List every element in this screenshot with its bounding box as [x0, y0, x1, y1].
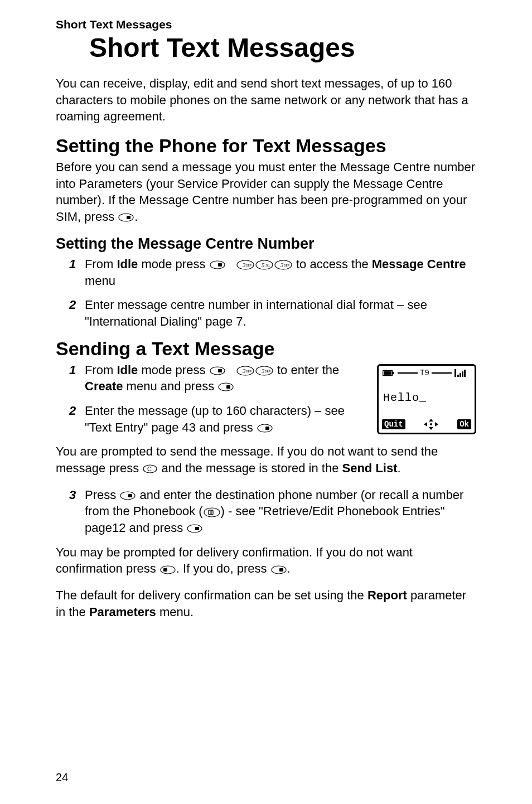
svg-rect-43 — [128, 494, 132, 497]
svg-marker-37 — [424, 422, 427, 427]
send-steps-3: 3 Press and enter the destination phone … — [69, 487, 476, 536]
svg-rect-14 — [218, 369, 222, 372]
text: menu and press — [123, 379, 217, 393]
centre-step-1: 1 From Idle mode press 3DEF5JKL3DEF to a… — [69, 256, 476, 289]
svg-rect-31 — [457, 375, 459, 377]
step-number: 2 — [69, 297, 85, 330]
send-list-label: Send List — [342, 461, 398, 475]
clear-key-icon: C — [143, 464, 157, 473]
softkey-quit: Quit — [382, 419, 405, 429]
page-number: 24 — [56, 771, 68, 784]
text: . — [287, 561, 291, 575]
section-sending: Sending a Text Message — [56, 338, 476, 360]
idle-label: Idle — [117, 257, 138, 271]
select-right-icon — [120, 491, 136, 500]
select-right-icon — [210, 260, 225, 269]
svg-rect-30 — [454, 369, 456, 377]
phonebook-select-icon — [204, 507, 220, 517]
svg-text:DEF: DEF — [246, 264, 252, 267]
text: to enter the — [277, 363, 339, 377]
svg-text:5: 5 — [262, 261, 265, 268]
select-right-icon — [257, 424, 273, 433]
report-paragraph: The default for delivery confirmation ca… — [56, 587, 476, 620]
svg-text:3: 3 — [242, 261, 246, 268]
setting-intro-b: . — [134, 210, 138, 224]
svg-rect-1 — [127, 216, 130, 219]
confirmation-paragraph: You may be prompted for delivery confirm… — [56, 544, 476, 577]
text: The default for delivery confirmation ca… — [56, 588, 367, 602]
centre-steps: 1 From Idle mode press 3DEF5JKL3DEF to a… — [69, 256, 476, 330]
svg-point-39 — [430, 423, 432, 425]
svg-point-0 — [119, 214, 133, 221]
svg-marker-38 — [435, 422, 438, 427]
svg-text:C: C — [147, 466, 152, 472]
svg-rect-22 — [226, 385, 230, 389]
step-number: 1 — [69, 256, 85, 289]
svg-rect-3 — [218, 263, 222, 267]
svg-rect-33 — [462, 371, 463, 377]
svg-rect-26 — [384, 371, 391, 375]
create-label: Create — [85, 379, 123, 393]
select-right-icon — [218, 382, 234, 391]
svg-marker-36 — [429, 427, 433, 430]
svg-rect-54 — [279, 568, 283, 571]
svg-rect-50 — [195, 527, 199, 530]
svg-rect-52 — [163, 568, 167, 571]
text: Press — [85, 488, 119, 502]
parameters-label: Parameters — [89, 605, 156, 619]
text: menu. — [156, 605, 194, 619]
svg-text:3: 3 — [242, 367, 246, 374]
text: mode press — [138, 257, 209, 271]
text: Enter message centre number in internati… — [85, 297, 476, 330]
message-centre-label: Message Centre — [372, 257, 466, 271]
select-right-icon — [210, 366, 225, 375]
svg-point-53 — [272, 566, 286, 574]
send-after-paragraph: You are prompted to send the message. If… — [56, 443, 476, 476]
report-label: Report — [367, 588, 407, 602]
svg-point-2 — [210, 261, 225, 269]
select-right-icon — [271, 565, 287, 574]
select-right-icon — [187, 524, 202, 533]
svg-point-13 — [210, 367, 225, 375]
svg-text:DEF: DEF — [246, 370, 252, 373]
step-number: 1 — [69, 362, 85, 395]
send-step-1: 1 From Idle mode press 3DEF3DEF to enter… — [69, 362, 357, 395]
dash-icon — [432, 371, 452, 375]
nav-arrows-icon — [424, 419, 438, 430]
text: From — [85, 363, 117, 377]
svg-point-42 — [120, 492, 135, 500]
step-number: 3 — [69, 487, 85, 536]
svg-point-51 — [161, 566, 175, 574]
text: menu — [85, 274, 115, 288]
text: . If you do, press — [176, 561, 270, 575]
key-3-icon: 3DEF — [274, 260, 292, 270]
setting-intro: Before you can send a message you must e… — [56, 159, 476, 225]
battery-icon — [383, 370, 395, 376]
send-step-2: 2 Enter the message (up to 160 character… — [69, 403, 357, 435]
key-3-icon: 3DEF — [255, 366, 273, 376]
idle-label: Idle — [117, 363, 138, 377]
text: mode press — [138, 363, 209, 377]
key-3-icon: 3DEF — [236, 260, 254, 270]
signal-icon — [454, 369, 466, 377]
text: to access the — [296, 257, 372, 271]
text: . — [398, 461, 401, 475]
text: Enter the message (up to 160 characters)… — [85, 404, 345, 434]
text: and the message is stored in the — [158, 461, 342, 475]
send-steps-1-2: 1 From Idle mode press 3DEF3DEF to enter… — [69, 362, 357, 436]
svg-text:JKL: JKL — [265, 264, 270, 267]
section-setting-phone: Setting the Phone for Text Messages — [56, 135, 476, 157]
phone-screen-figure: T9 Hello_ Quit Ok — [377, 364, 476, 434]
softkey-ok: Ok — [457, 419, 471, 429]
page-title: Short Text Messages — [89, 32, 476, 63]
key-3-icon: 3DEF — [236, 366, 254, 376]
svg-point-21 — [219, 383, 233, 391]
svg-marker-35 — [429, 419, 433, 422]
send-step-3: 3 Press and enter the destination phone … — [69, 487, 476, 536]
svg-rect-24 — [265, 427, 269, 430]
svg-text:DEF: DEF — [284, 264, 289, 267]
svg-point-49 — [187, 525, 202, 532]
intro-paragraph: You can receive, display, edit and send … — [56, 75, 476, 125]
select-right-icon — [118, 213, 134, 222]
svg-text:3: 3 — [280, 261, 284, 268]
